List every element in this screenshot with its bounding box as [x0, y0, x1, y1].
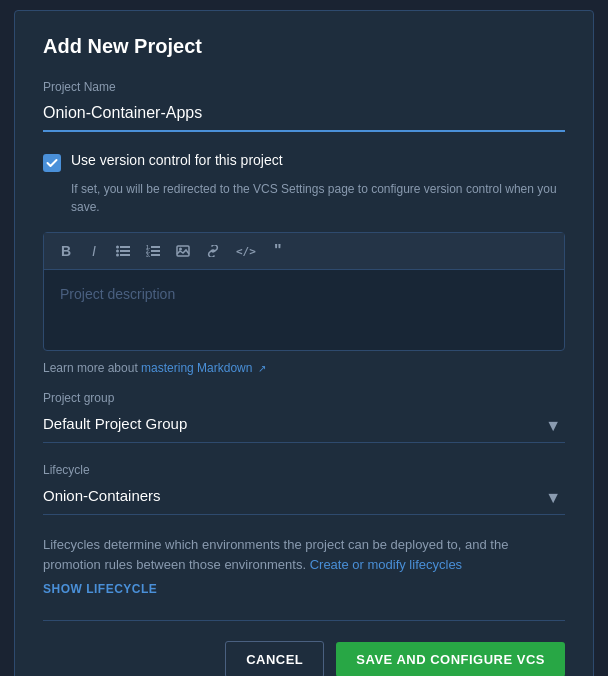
modal-title: Add New Project [43, 35, 565, 58]
mastering-markdown-link[interactable]: mastering Markdown ↗ [141, 361, 266, 375]
bold-button[interactable]: B [56, 241, 76, 261]
svg-rect-9 [151, 250, 160, 252]
show-lifecycle-button[interactable]: SHOW LIFECYCLE [43, 582, 157, 596]
lifecycle-label: Lifecycle [43, 463, 565, 477]
italic-button[interactable]: I [84, 241, 104, 261]
svg-point-13 [179, 248, 182, 251]
vcs-checkbox-hint: If set, you will be redirected to the VC… [71, 180, 565, 216]
vcs-checkbox[interactable] [43, 154, 61, 172]
image-button[interactable] [172, 241, 194, 261]
project-name-input[interactable] [43, 100, 565, 132]
project-name-label: Project Name [43, 80, 565, 94]
svg-rect-3 [120, 250, 130, 252]
project-group-select[interactable]: Default Project Group [43, 411, 565, 443]
svg-rect-7 [151, 246, 160, 248]
svg-point-4 [116, 254, 119, 257]
markdown-prefix: Learn more about [43, 361, 141, 375]
project-group-wrapper: Default Project Group ▼ [43, 411, 565, 443]
svg-rect-1 [120, 246, 130, 248]
vcs-checkbox-label: Use version control for this project [71, 152, 283, 168]
description-placeholder: Project description [60, 286, 548, 302]
description-editor: B I 1. 2. 3. [43, 232, 565, 351]
quote-button[interactable]: " [268, 241, 288, 261]
code-button[interactable]: </> [232, 241, 260, 261]
ordered-list-button[interactable]: 1. 2. 3. [142, 241, 164, 261]
cancel-button[interactable]: CANCEL [225, 641, 324, 676]
markdown-link-row: Learn more about mastering Markdown ↗ [43, 361, 565, 375]
svg-text:3.: 3. [146, 252, 151, 257]
add-project-modal: Add New Project Project Name Use version… [14, 10, 594, 676]
external-link-icon: ↗ [258, 363, 266, 374]
svg-point-2 [116, 250, 119, 253]
lifecycle-hint: Lifecycles determine which environments … [43, 535, 565, 574]
footer-divider [43, 620, 565, 621]
editor-toolbar: B I 1. 2. 3. [44, 233, 564, 270]
vcs-checkbox-row: Use version control for this project [43, 152, 565, 172]
lifecycle-link[interactable]: Create or modify lifecycles [310, 557, 462, 572]
svg-point-0 [116, 246, 119, 249]
button-row: CANCEL SAVE AND CONFIGURE VCS [43, 641, 565, 676]
svg-rect-11 [151, 254, 160, 256]
project-group-label: Project group [43, 391, 565, 405]
bullet-list-button[interactable] [112, 241, 134, 261]
link-button[interactable] [202, 241, 224, 261]
save-button[interactable]: SAVE AND CONFIGURE VCS [336, 642, 565, 676]
description-input[interactable]: Project description [44, 270, 564, 350]
svg-rect-5 [120, 254, 130, 256]
lifecycle-select[interactable]: Onion-Containers [43, 483, 565, 515]
lifecycle-wrapper: Onion-Containers ▼ [43, 483, 565, 515]
